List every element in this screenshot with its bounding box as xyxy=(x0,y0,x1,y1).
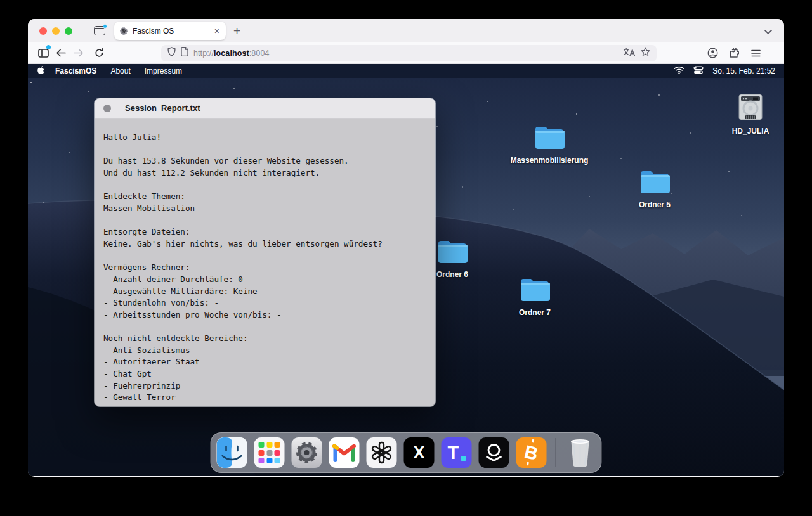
url-text: http://localhost:8004 xyxy=(193,49,270,58)
wifi-icon[interactable] xyxy=(674,66,684,76)
truth-dot xyxy=(461,456,466,461)
menubar-about[interactable]: About xyxy=(110,67,130,75)
desktop-icon-label: Ordner 6 xyxy=(436,270,468,279)
browser-window: Fascism OS × + http://loc xyxy=(28,19,784,477)
dock-finder-icon[interactable] xyxy=(217,437,247,468)
dock-truth-social-icon[interactable]: T xyxy=(442,437,472,468)
window-controls xyxy=(39,27,72,35)
dock-chatgpt-icon[interactable] xyxy=(367,437,397,468)
window-close-dot[interactable] xyxy=(103,105,111,112)
launchpad-grid xyxy=(259,442,280,463)
session-report-text: Hallo Julia! Du hast 153.8 Sekunden vor … xyxy=(103,132,426,404)
desktop-icon-hd-julia[interactable]: HD_JULIA xyxy=(706,93,784,136)
url-bar[interactable]: http://localhost:8004 xyxy=(161,45,657,61)
tab-list-chevron-icon[interactable] xyxy=(764,26,773,37)
desktop-icon-label: Ordner 7 xyxy=(519,308,551,317)
dock-bitcoin-icon[interactable]: B xyxy=(516,437,547,468)
fascismos-desktop-viewport: FascismOS About Impressum So. 15. Feb. 2… xyxy=(28,64,784,476)
session-report-titlebar[interactable]: Session_Report.txt xyxy=(95,98,435,119)
forward-button[interactable] xyxy=(70,45,88,61)
session-report-content: Hallo Julia! Du hast 153.8 Sekunden vor … xyxy=(95,119,435,406)
folder-icon xyxy=(534,125,565,153)
dock-divider xyxy=(556,438,556,467)
desktop-icon-folder-ordner-7[interactable]: Ordner 7 xyxy=(490,277,579,317)
account-icon[interactable] xyxy=(704,45,721,61)
stars xyxy=(30,82,32,83)
folder-icon xyxy=(639,169,670,197)
minimize-window-button[interactable] xyxy=(52,27,60,35)
dock-gmail-icon[interactable] xyxy=(329,437,360,468)
tab-title: Fascism OS xyxy=(133,27,209,35)
browser-tab-bar: Fascism OS × + xyxy=(28,19,784,42)
menubar-impressum[interactable]: Impressum xyxy=(145,67,182,75)
dock: X T B xyxy=(211,432,602,473)
bitcoin-glyph: B xyxy=(523,441,540,464)
sidebar-icon[interactable] xyxy=(34,45,52,61)
back-button[interactable] xyxy=(52,45,70,61)
dock-settings-icon[interactable] xyxy=(292,437,322,468)
desktop-icon-label: Ordner 5 xyxy=(639,200,671,209)
folder-icon xyxy=(437,239,468,267)
desktop-icon-folder-ordner-5[interactable]: Ordner 5 xyxy=(610,169,699,209)
folder-icon xyxy=(520,277,550,305)
control-center-icon[interactable] xyxy=(693,66,704,76)
menu-hamburger-icon[interactable] xyxy=(747,45,764,61)
dock-x-icon[interactable]: X xyxy=(404,437,435,468)
tab-close-icon[interactable]: × xyxy=(213,26,221,36)
tab-favicon-gear-icon xyxy=(119,27,128,35)
session-report-window[interactable]: Session_Report.txt Hallo Julia! Du hast … xyxy=(94,98,436,407)
extensions-puzzle-icon[interactable] xyxy=(725,45,743,61)
window-title: Session_Report.txt xyxy=(125,103,200,113)
close-window-button[interactable] xyxy=(39,27,47,35)
browser-tab[interactable]: Fascism OS × xyxy=(114,22,226,40)
reload-button[interactable] xyxy=(90,45,108,61)
shield-icon[interactable] xyxy=(167,47,176,59)
dock-trash-icon[interactable] xyxy=(565,437,596,468)
apple-menu-icon[interactable] xyxy=(37,65,45,77)
x-glyph: X xyxy=(413,443,424,463)
zoom-window-button[interactable] xyxy=(65,27,72,35)
menubar-app-name[interactable]: FascismOS xyxy=(55,67,96,75)
translate-icon[interactable] xyxy=(623,48,636,59)
dock-launchpad-icon[interactable] xyxy=(254,437,285,468)
os-menu-bar: FascismOS About Impressum So. 15. Feb. 2… xyxy=(28,64,784,78)
page-info-icon[interactable] xyxy=(181,47,188,59)
desktop-icon-label: HD_JULIA xyxy=(732,127,769,136)
menubar-clock[interactable]: So. 15. Feb. 21:52 xyxy=(712,67,775,75)
hard-drive-icon xyxy=(736,93,765,124)
firefox-view-icon[interactable] xyxy=(94,26,105,35)
truth-glyph: T xyxy=(448,443,459,462)
desktop: HD_JULIA Massenmobilisierung Ordner 5 Or… xyxy=(28,78,784,476)
desktop-icon-label: Massenmobilisierung xyxy=(511,156,589,165)
bookmark-star-icon[interactable] xyxy=(641,47,650,59)
new-tab-button[interactable]: + xyxy=(233,24,240,38)
browser-nav-bar: http://localhost:8004 xyxy=(28,42,784,64)
dock-palantir-icon[interactable] xyxy=(479,437,509,468)
desktop-icon-folder-massenmobilisierung[interactable]: Massenmobilisierung xyxy=(505,125,594,165)
toolbar-right xyxy=(704,45,764,61)
